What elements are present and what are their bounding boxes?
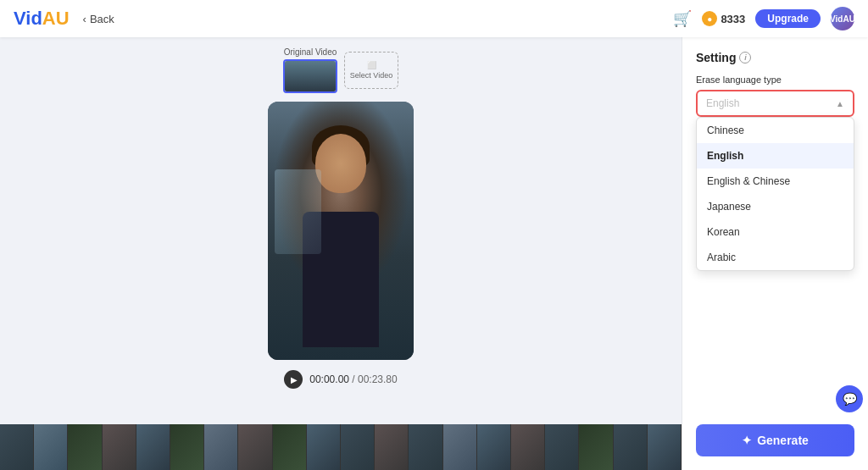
person-head (315, 134, 366, 193)
playback-bar: ▶ 00:00.00 / 00:23.80 (284, 370, 397, 389)
video-person-bg (268, 102, 414, 360)
language-dropdown[interactable]: English ▲ Chinese English English & Chin… (696, 90, 854, 117)
monitor-icon: ⬜ (367, 61, 376, 69)
film-frame-14 (443, 424, 477, 470)
chevron-up-icon: ▲ (836, 99, 844, 108)
avatar: VidAU (831, 7, 854, 30)
original-video-label: Original Video (284, 47, 337, 57)
film-frame-5 (136, 424, 170, 470)
film-frame-17 (545, 424, 579, 470)
option-english[interactable]: English (697, 143, 854, 169)
film-frame-20 (648, 424, 682, 470)
time-display: 00:00.00 / 00:23.80 (309, 373, 397, 385)
generate-button[interactable]: ✦ Generate (696, 424, 854, 456)
coin-icon: ● (702, 11, 717, 26)
upgrade-button[interactable]: Upgrade (755, 9, 821, 28)
film-frame-4 (103, 424, 136, 470)
option-korean[interactable]: Korean (697, 219, 854, 245)
option-arabic[interactable]: Arabic (697, 245, 854, 270)
original-video-card[interactable]: Original Video (283, 47, 337, 93)
original-video-thumbnail (283, 59, 337, 93)
dropdown-placeholder: English (706, 97, 739, 109)
generate-label: Generate (757, 434, 809, 447)
chat-bubble-button[interactable]: 💬 (836, 385, 863, 412)
header-right: 🛒 ● 8333 Upgrade VidAU (673, 7, 854, 30)
film-frame-3 (68, 424, 102, 470)
right-panel: Setting i Erase language type English ▲ … (682, 37, 868, 470)
film-frame-15 (477, 424, 511, 470)
left-panel: Original Video ⬜ Select Video ▶ (0, 37, 682, 470)
back-chevron-icon: ‹ (83, 13, 86, 25)
option-chinese[interactable]: Chinese (697, 118, 854, 143)
time-current: 00:00.00 (309, 373, 349, 385)
film-frame-1 (0, 424, 34, 470)
film-frame-6 (170, 424, 204, 470)
option-english-chinese[interactable]: English & Chinese (697, 169, 854, 194)
dropdown-input-display[interactable]: English ▲ (698, 91, 853, 115)
video-preview (268, 102, 414, 360)
select-video-button[interactable]: ⬜ Select Video (344, 52, 398, 89)
coins-display: ● 8333 (702, 11, 745, 26)
play-icon: ▶ (291, 375, 298, 384)
film-frame-18 (579, 424, 613, 470)
back-button[interactable]: ‹ Back (83, 13, 114, 25)
film-strip (0, 424, 682, 470)
dropdown-options-list: Chinese English English & Chinese Japane… (696, 117, 854, 271)
setting-title-text: Setting (696, 51, 736, 64)
select-video-label: Select Video (350, 71, 392, 80)
info-icon[interactable]: i (739, 52, 751, 64)
header-left: VidAU ‹ Back (14, 8, 114, 30)
back-label: Back (90, 13, 114, 25)
film-frame-7 (204, 424, 238, 470)
thumbnail-image (285, 61, 336, 91)
video-selector: Original Video ⬜ Select Video (283, 47, 398, 93)
film-frame-2 (34, 424, 68, 470)
cart-icon[interactable]: 🛒 (673, 9, 692, 28)
film-frame-8 (238, 424, 272, 470)
play-button[interactable]: ▶ (284, 370, 303, 389)
main-layout: Original Video ⬜ Select Video ▶ (0, 37, 868, 470)
film-frame-16 (511, 424, 545, 470)
film-frame-10 (307, 424, 341, 470)
film-frame-13 (409, 424, 442, 470)
setting-title: Setting i (696, 51, 854, 64)
film-frame-11 (341, 424, 375, 470)
film-frame-9 (273, 424, 307, 470)
time-divider: / (352, 373, 358, 385)
sparkle-icon: ✦ (742, 434, 752, 447)
film-frame-19 (614, 424, 648, 470)
header: VidAU ‹ Back 🛒 ● 8333 Upgrade VidAU (0, 0, 868, 37)
time-total: 00:23.80 (358, 373, 398, 385)
logo: VidAU (14, 8, 70, 30)
window-reflection (275, 169, 321, 254)
option-japanese[interactable]: Japanese (697, 194, 854, 219)
erase-language-label: Erase language type (696, 75, 854, 85)
coins-value: 8333 (721, 13, 745, 25)
chat-icon: 💬 (843, 392, 857, 406)
film-frame-12 (375, 424, 409, 470)
